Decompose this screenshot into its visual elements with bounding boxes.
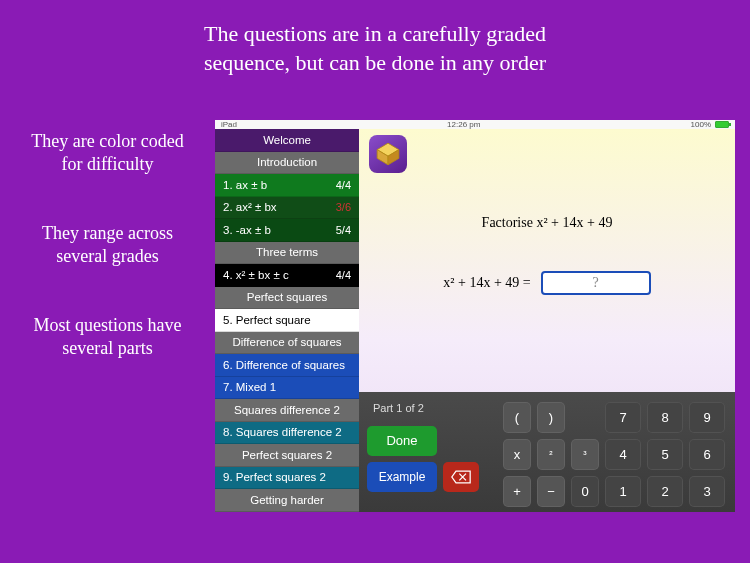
status-device: iPad <box>221 120 237 129</box>
dice-icon <box>375 141 401 167</box>
sidebar-header-squares-diff-2: Squares difference 2 <box>215 399 359 422</box>
status-bar: iPad 12:26 pm 100% <box>215 120 735 129</box>
app-icon <box>369 135 407 173</box>
key-squared[interactable]: ² <box>537 439 565 470</box>
key-9[interactable]: 9 <box>689 402 725 433</box>
bottom-bar: Part 1 of 2 Done Example ( ) <box>359 392 735 512</box>
sidebar-item-5[interactable]: 5. Perfect square <box>215 309 359 332</box>
key-5[interactable]: 5 <box>647 439 683 470</box>
key-x[interactable]: x <box>503 439 531 470</box>
keypad: ( ) 7 8 9 x ² ³ 4 5 6 + − 0 1 2 <box>499 392 735 512</box>
sidebar-header-introduction: Introduction <box>215 152 359 175</box>
left-captions: They are color coded for difficulty They… <box>20 130 195 405</box>
key-6[interactable]: 6 <box>689 439 725 470</box>
sidebar-item-8[interactable]: 8. Squares difference 2 <box>215 422 359 445</box>
sidebar-header-perfect-squares-2: Perfect squares 2 <box>215 444 359 467</box>
answer-input[interactable]: ? <box>541 271 651 295</box>
example-button[interactable]: Example <box>367 462 437 492</box>
key-minus[interactable]: − <box>537 476 565 507</box>
sidebar-item-6[interactable]: 6. Difference of squares <box>215 354 359 377</box>
question-prompt: Factorise x² + 14x + 49 <box>482 215 613 231</box>
topic-sidebar[interactable]: Welcome Introduction 1. ax ± b 4/4 2. ax… <box>215 129 359 512</box>
sidebar-item-7[interactable]: 7. Mixed 1 <box>215 377 359 400</box>
sidebar-item-4[interactable]: 4. x² ± bx ± c 4/4 <box>215 264 359 287</box>
key-3[interactable]: 3 <box>689 476 725 507</box>
key-2[interactable]: 2 <box>647 476 683 507</box>
status-battery-pct: 100% <box>691 120 711 129</box>
battery-icon <box>715 121 729 128</box>
key-0[interactable]: 0 <box>571 476 599 507</box>
question-lhs: x² + 14x + 49 = <box>443 275 530 291</box>
sidebar-header-perfect-squares: Perfect squares <box>215 287 359 310</box>
sidebar-item-2[interactable]: 2. ax² ± bx 3/6 <box>215 197 359 220</box>
blurb-grades: They range across several grades <box>20 222 195 269</box>
headline-line2: sequence, but can be done in any order <box>100 49 650 78</box>
key-rparen[interactable]: ) <box>537 402 565 433</box>
sidebar-welcome[interactable]: Welcome <box>215 129 359 152</box>
delete-button[interactable] <box>443 462 479 492</box>
key-4[interactable]: 4 <box>605 439 641 470</box>
sidebar-header-getting-harder: Getting harder <box>215 489 359 512</box>
key-7[interactable]: 7 <box>605 402 641 433</box>
sidebar-header-diff-squares: Difference of squares <box>215 332 359 355</box>
sidebar-header-three-terms: Three terms <box>215 242 359 265</box>
headline: The questions are in a carefully graded … <box>0 0 750 87</box>
answer-line: x² + 14x + 49 = ? <box>443 271 650 295</box>
question-panel: Factorise x² + 14x + 49 x² + 14x + 49 = … <box>359 129 735 512</box>
key-1[interactable]: 1 <box>605 476 641 507</box>
sidebar-item-9[interactable]: 9. Perfect squares 2 <box>215 467 359 490</box>
ipad-screenshot: iPad 12:26 pm 100% Welcome Introduction … <box>215 120 735 503</box>
sidebar-item-1[interactable]: 1. ax ± b 4/4 <box>215 174 359 197</box>
headline-line1: The questions are in a carefully graded <box>100 20 650 49</box>
key-lparen[interactable]: ( <box>503 402 531 433</box>
blurb-parts: Most questions have several parts <box>20 314 195 361</box>
key-plus[interactable]: + <box>503 476 531 507</box>
sidebar-item-3[interactable]: 3. -ax ± b 5/4 <box>215 219 359 242</box>
status-time: 12:26 pm <box>447 120 480 129</box>
backspace-icon <box>451 470 471 484</box>
key-cubed[interactable]: ³ <box>571 439 599 470</box>
done-button[interactable]: Done <box>367 426 437 456</box>
part-label: Part 1 of 2 <box>367 400 491 420</box>
key-8[interactable]: 8 <box>647 402 683 433</box>
blurb-color-coded: They are color coded for difficulty <box>20 130 195 177</box>
